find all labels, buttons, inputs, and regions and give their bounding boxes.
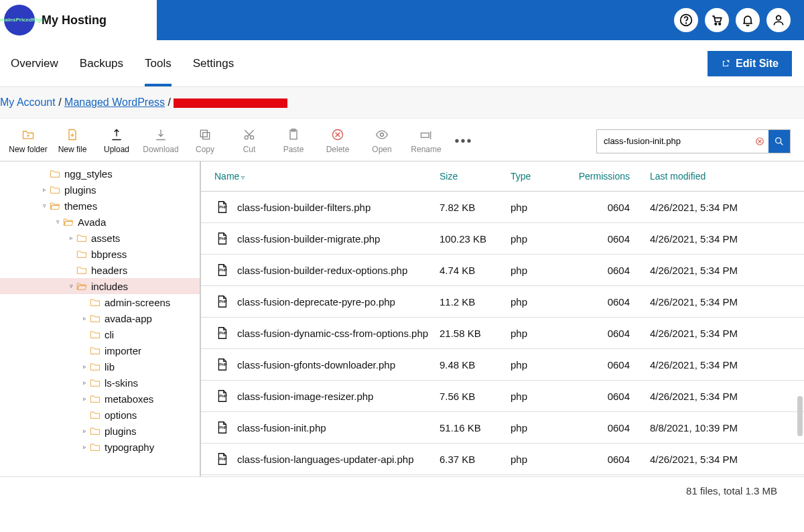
file-table: Name Size Type Permissions Last modified…	[200, 161, 804, 476]
tree-item-plugins[interactable]: ▹plugins	[0, 182, 200, 198]
new-folder-button[interactable]: New folder	[8, 128, 48, 154]
new-file-button[interactable]: New file	[52, 128, 92, 154]
upload-button[interactable]: Upload	[96, 128, 137, 154]
tree-label: avada-app	[105, 313, 152, 324]
top-bar: DomainsPricedRight My Hosting	[0, 0, 804, 40]
folder-icon	[90, 314, 100, 323]
svg-text:PHP: PHP	[219, 362, 227, 367]
tree-item-includes[interactable]: ▿includes	[0, 278, 200, 294]
cart-button[interactable]	[705, 8, 729, 32]
search-input[interactable]	[597, 130, 751, 153]
file-row[interactable]: PHPclass-fusion-gfonts-downloader.php9.4…	[201, 349, 804, 381]
file-permissions: 0604	[578, 296, 650, 308]
file-row[interactable]: PHPclass-fusion-dynamic-css-from-options…	[201, 318, 804, 349]
file-row[interactable]: PHPcustom_functions.php10.62 KBphp06044/…	[201, 475, 804, 476]
tree-label: lib	[105, 361, 115, 373]
folder-icon	[90, 426, 100, 436]
paste-icon	[287, 128, 300, 141]
tab-backups[interactable]: Backups	[69, 40, 134, 86]
tree-item-admin-screens[interactable]: admin-screens	[0, 294, 200, 310]
folder-icon	[76, 281, 87, 291]
tab-settings[interactable]: Settings	[182, 40, 245, 86]
file-type: php	[511, 328, 578, 339]
status-bar: 81 files, total 1.3 MB	[0, 476, 804, 505]
copy-button[interactable]: Copy	[185, 128, 225, 154]
tree-item-lib[interactable]: ▹lib	[0, 358, 200, 375]
col-name[interactable]: Name	[214, 171, 440, 182]
search-submit-button[interactable]	[768, 130, 790, 153]
file-row[interactable]: PHPclass-fusion-init.php51.16 KBphp06048…	[201, 412, 804, 444]
tree-item-importer[interactable]: importer	[0, 342, 200, 358]
tree-label: Avada	[78, 216, 106, 228]
tree-item-options[interactable]: options	[0, 407, 200, 423]
svg-text:PHP: PHP	[219, 205, 227, 209]
file-size: 7.56 KB	[440, 391, 511, 402]
tree-item-cli[interactable]: cli	[0, 326, 200, 342]
tree-item-plugins[interactable]: ▹plugins	[0, 423, 200, 439]
folder-icon	[76, 249, 87, 259]
tree-item-bbpress[interactable]: bbpress	[0, 246, 200, 262]
file-modified: 4/26/2021, 5:34 PM	[650, 359, 797, 371]
file-permissions: 0604	[578, 391, 650, 402]
tree-item-avada-app[interactable]: ▹avada-app	[0, 310, 200, 326]
delete-button[interactable]: Delete	[318, 128, 358, 154]
download-button[interactable]: Download	[141, 128, 181, 154]
open-button[interactable]: Open	[362, 128, 402, 154]
svg-rect-13	[421, 133, 429, 138]
search-clear-button[interactable]	[751, 137, 768, 146]
toolbar-more-button[interactable]: •••	[450, 128, 477, 154]
cut-button[interactable]: Cut	[229, 128, 269, 154]
col-modified[interactable]: Last modified	[650, 171, 797, 182]
file-modified: 4/26/2021, 5:34 PM	[650, 265, 797, 276]
svg-rect-6	[200, 130, 207, 137]
account-button[interactable]	[766, 8, 791, 32]
file-row[interactable]: PHPclass-fusion-deprecate-pyre-po.php11.…	[201, 286, 804, 318]
tree-item-headers[interactable]: headers	[0, 262, 200, 278]
tree-item-typography[interactable]: ▹typography	[0, 439, 200, 455]
php-file-icon: PHP	[214, 200, 229, 214]
file-row[interactable]: PHPclass-fusion-languages-updater-api.ph…	[201, 444, 804, 475]
tree-label: themes	[64, 200, 97, 212]
paste-button[interactable]: Paste	[273, 128, 314, 154]
download-icon	[154, 128, 168, 141]
search-icon	[774, 136, 785, 147]
file-size: 7.82 KB	[440, 202, 511, 213]
file-row[interactable]: PHPclass-fusion-builder-redux-options.ph…	[201, 255, 804, 286]
tab-overview[interactable]: Overview	[0, 40, 69, 86]
file-modified: 4/26/2021, 5:34 PM	[650, 391, 797, 402]
file-row[interactable]: PHPclass-fusion-image-resizer.php7.56 KB…	[201, 381, 804, 412]
col-permissions[interactable]: Permissions	[578, 171, 650, 182]
scrollbar-thumb[interactable]	[797, 396, 803, 436]
brand-title: My Hosting	[42, 13, 107, 27]
folder-tree[interactable]: ngg_styles▹plugins▿themes▿Avada▹assetsbb…	[0, 161, 200, 476]
edit-site-button[interactable]: Edit Site	[708, 51, 792, 76]
tree-item-themes[interactable]: ▿themes	[0, 198, 200, 214]
help-button[interactable]	[674, 8, 698, 32]
file-permissions: 0604	[578, 454, 650, 465]
rename-button[interactable]: Rename	[406, 128, 446, 154]
breadcrumb-my-account[interactable]: My Account	[0, 96, 56, 108]
main-area: ngg_styles▹plugins▿themes▿Avada▹assetsbb…	[0, 161, 804, 476]
file-name: class-fusion-gfonts-downloader.php	[237, 359, 440, 371]
tree-arrow-icon: ▿	[67, 283, 75, 289]
svg-text:PHP: PHP	[219, 237, 227, 241]
svg-text:PHP: PHP	[219, 394, 227, 398]
tree-item-metaboxes[interactable]: ▹metaboxes	[0, 391, 200, 407]
tree-item-ngg-styles[interactable]: ngg_styles	[0, 165, 200, 182]
file-row[interactable]: PHPclass-fusion-builder-filters.php7.82 …	[201, 192, 804, 223]
external-link-icon	[721, 59, 730, 68]
folder-icon	[63, 217, 74, 226]
table-body[interactable]: PHPclass-fusion-builder-filters.php7.82 …	[201, 192, 804, 476]
file-type: php	[511, 359, 578, 371]
tree-item-ls-skins[interactable]: ▹ls-skins	[0, 375, 200, 391]
file-row[interactable]: PHPclass-fusion-builder-migrate.php100.2…	[201, 223, 804, 255]
notifications-button[interactable]	[736, 8, 760, 32]
php-file-icon: PHP	[214, 263, 229, 277]
breadcrumb-managed-wp[interactable]: Managed WordPress	[64, 96, 165, 108]
col-type[interactable]: Type	[511, 171, 578, 182]
tree-label: metaboxes	[105, 393, 153, 405]
tree-item-avada[interactable]: ▿Avada	[0, 214, 200, 230]
tab-tools[interactable]: Tools	[134, 40, 182, 86]
tree-item-assets[interactable]: ▹assets	[0, 230, 200, 246]
col-size[interactable]: Size	[440, 171, 511, 182]
